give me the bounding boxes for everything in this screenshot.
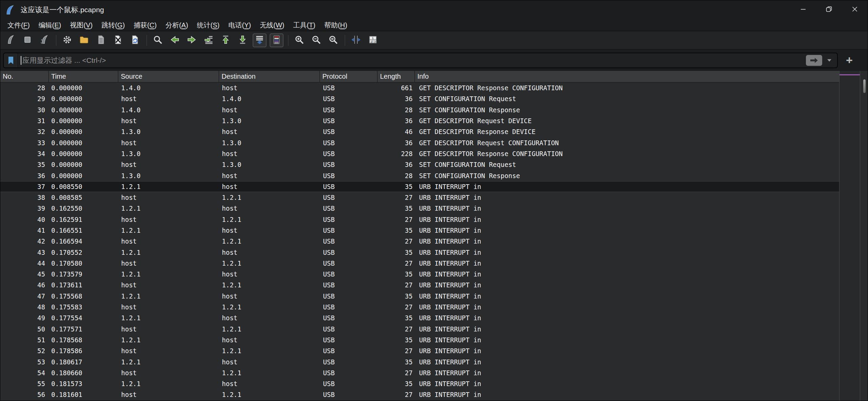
packet-row[interactable]: 540.180660host1.2.1USB27URB_INTERRUPT in xyxy=(0,367,839,378)
file-reload-button[interactable] xyxy=(128,34,142,47)
resize-columns-button[interactable] xyxy=(349,34,363,47)
menu-a[interactable]: 分析(A) xyxy=(161,20,193,31)
packet-find-button[interactable] xyxy=(151,34,165,47)
cell-info: URB_INTERRUPT in xyxy=(415,237,839,245)
menu-g[interactable]: 跳转(G) xyxy=(97,20,129,31)
close-button[interactable] xyxy=(842,0,868,19)
capture-options-button[interactable] xyxy=(60,34,74,47)
menu-h[interactable]: 帮助(H) xyxy=(320,20,352,31)
file-close-button[interactable] xyxy=(111,34,125,47)
column-header-no[interactable]: No. xyxy=(0,71,49,82)
packet-row[interactable]: 550.1815731.2.1hostUSB35URB_INTERRUPT in xyxy=(0,378,839,389)
capture-restart-icon xyxy=(39,35,50,46)
cell-no: 52 xyxy=(0,347,49,355)
file-open-button[interactable] xyxy=(77,34,91,47)
cell-destination: 1.2.1 xyxy=(219,347,320,355)
packet-row[interactable]: 450.1735791.2.1hostUSB35URB_INTERRUPT in xyxy=(0,269,839,280)
go-last-button[interactable] xyxy=(236,34,249,47)
column-header-source[interactable]: Source xyxy=(118,71,219,82)
overlay-scrollbar-track[interactable] xyxy=(860,71,868,401)
filter-bookmark-button[interactable] xyxy=(4,53,18,68)
packet-row[interactable]: 280.0000001.4.0hostUSB661GET DESCRIPTOR … xyxy=(0,82,839,93)
menu-t[interactable]: 工具(T) xyxy=(289,20,320,31)
packet-row[interactable]: 390.1625501.2.1hostUSB35URB_INTERRUPT in xyxy=(0,203,839,214)
cell-length: 27 xyxy=(378,303,415,311)
overlay-scrollbar-thumb[interactable] xyxy=(863,79,866,93)
intelligent-scrollbar[interactable] xyxy=(839,71,860,401)
minimize-button[interactable] xyxy=(790,0,816,19)
auto-scroll-button[interactable] xyxy=(253,34,266,47)
packet-row[interactable]: 360.0000001.3.0hostUSB28SET CONFIGURATIO… xyxy=(0,170,839,181)
zoom-out-button[interactable] xyxy=(309,34,323,47)
menu-y[interactable]: 电话(Y) xyxy=(224,20,256,31)
packet-row[interactable]: 350.000000host1.3.0USB36SET CONFIGURATIO… xyxy=(0,159,839,170)
cell-source: 1.4.0 xyxy=(118,84,219,92)
packet-row[interactable]: 340.0000001.3.0hostUSB228GET DESCRIPTOR … xyxy=(0,148,839,159)
file-close-icon xyxy=(113,35,123,46)
column-header-time[interactable]: Time xyxy=(49,71,118,82)
go-forward-button[interactable] xyxy=(185,34,199,47)
column-layout-button[interactable]: 123 xyxy=(366,34,380,47)
packet-table: No.TimeSourceDestinationProtocolLengthIn… xyxy=(0,71,839,401)
packet-row[interactable]: 310.000000host1.3.0USB36GET DESCRIPTOR R… xyxy=(0,115,839,126)
packet-row[interactable]: 520.178586host1.2.1USB27URB_INTERRUPT in xyxy=(0,345,839,356)
column-header-length[interactable]: Length xyxy=(378,71,415,82)
packet-row[interactable]: 500.177571host1.2.1USB27URB_INTERRUPT in xyxy=(0,324,839,335)
go-first-button[interactable] xyxy=(219,34,232,47)
packet-row[interactable]: 560.181601host1.2.1USB27URB_INTERRUPT in xyxy=(0,389,839,400)
menu-e[interactable]: 编辑(E) xyxy=(34,20,66,31)
column-header-destination[interactable]: Destination xyxy=(219,71,320,82)
packet-row[interactable]: 510.1785681.2.1hostUSB35URB_INTERRUPT in xyxy=(0,335,839,345)
go-back-button[interactable] xyxy=(168,34,182,47)
packet-row[interactable]: 400.162591host1.2.1USB27URB_INTERRUPT in xyxy=(0,214,839,225)
packet-row[interactable]: 470.1755681.2.1hostUSB35URB_INTERRUPT in xyxy=(0,291,839,302)
file-save-button[interactable] xyxy=(94,34,108,47)
packet-row[interactable]: 420.166594host1.2.1USB27URB_INTERRUPT in xyxy=(0,236,839,247)
cell-length: 35 xyxy=(378,314,415,322)
cell-time: 0.008585 xyxy=(49,194,118,201)
packet-row[interactable]: 300.0000001.4.0hostUSB28SET CONFIGURATIO… xyxy=(0,104,839,115)
display-filter-input[interactable]: 应用显示过滤器 ... <Ctrl-/> xyxy=(3,53,838,68)
packet-row[interactable]: 410.1665511.2.1hostUSB35URB_INTERRUPT in xyxy=(0,225,839,236)
menu-c[interactable]: 捕获(C) xyxy=(129,20,161,31)
apply-filter-button[interactable] xyxy=(806,55,822,66)
packet-row[interactable]: 330.000000host1.3.0USB36GET DESCRIPTOR R… xyxy=(0,137,839,148)
capture-restart-button[interactable] xyxy=(38,34,51,47)
packet-row[interactable]: 490.1775541.2.1hostUSB35URB_INTERRUPT in xyxy=(0,312,839,323)
packet-row[interactable]: 320.0000001.3.0hostUSB46GET DESCRIPTOR R… xyxy=(0,126,839,137)
capture-start-button[interactable] xyxy=(4,34,17,47)
cell-source: 1.2.1 xyxy=(118,358,219,366)
packet-row[interactable]: 290.000000host1.4.0USB36SET CONFIGURATIO… xyxy=(0,93,839,104)
zoom-in-button[interactable] xyxy=(293,34,306,47)
cell-time: 0.180617 xyxy=(49,358,118,366)
capture-stop-button[interactable] xyxy=(21,34,34,47)
menu-s[interactable]: 统计(S) xyxy=(192,20,224,31)
menu-f[interactable]: 文件(F) xyxy=(3,20,34,31)
column-header-protocol[interactable]: Protocol xyxy=(320,71,378,82)
add-filter-button[interactable]: + xyxy=(843,54,856,67)
filter-expression-dropdown[interactable] xyxy=(825,55,834,66)
cell-time: 0.000000 xyxy=(49,106,118,114)
restore-button[interactable] xyxy=(816,0,842,19)
packet-row[interactable]: 440.170580host1.2.1USB27URB_INTERRUPT in xyxy=(0,258,839,269)
toolbar-separator xyxy=(288,35,288,46)
cell-no: 35 xyxy=(0,161,49,168)
colorize-button[interactable] xyxy=(270,34,283,47)
packet-row[interactable]: 430.1705521.2.1hostUSB35URB_INTERRUPT in xyxy=(0,247,839,257)
cell-time: 0.000000 xyxy=(49,172,118,179)
cell-info: URB_INTERRUPT in xyxy=(415,336,839,344)
packet-row[interactable]: 380.008585host1.2.1USB27URB_INTERRUPT in xyxy=(0,192,839,203)
cell-length: 27 xyxy=(378,347,415,355)
menu-w[interactable]: 无线(W) xyxy=(256,20,289,31)
go-to-packet-button[interactable] xyxy=(202,34,215,47)
packet-row[interactable]: 530.1806171.2.1hostUSB35URB_INTERRUPT in xyxy=(0,356,839,367)
cell-time: 0.000000 xyxy=(49,139,118,147)
menu-v[interactable]: 视图(V) xyxy=(65,20,97,31)
packet-row[interactable]: 370.0085501.2.1hostUSB35URB_INTERRUPT in xyxy=(0,181,839,192)
cell-source: host xyxy=(118,117,219,125)
packet-row[interactable]: 460.173611host1.2.1USB27URB_INTERRUPT in xyxy=(0,280,839,290)
packet-row[interactable]: 480.175583host1.2.1USB27URB_INTERRUPT in xyxy=(0,302,839,312)
zoom-reset-button[interactable] xyxy=(326,34,340,47)
column-header-info[interactable]: Info xyxy=(415,71,839,82)
cell-destination: 1.2.1 xyxy=(219,303,320,311)
